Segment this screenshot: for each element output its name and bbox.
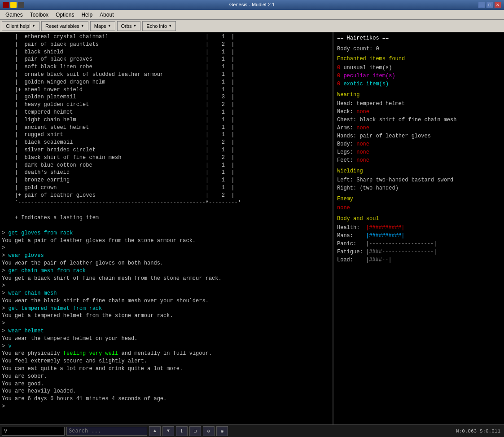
maximize-button[interactable]: □ <box>486 2 493 8</box>
blank-line-1 <box>2 207 331 214</box>
inv-line-15: | black scalemail | 2 | <box>2 139 331 146</box>
scroll-down-button[interactable]: ▼ <box>162 426 174 436</box>
unusual-count: 0 <box>337 65 340 71</box>
final-prompt: > <box>2 403 331 411</box>
result-5: You get a tempered helmet from the stone… <box>2 312 331 320</box>
inv-line-border: `---------------------------------------… <box>2 199 331 207</box>
body-label: Body: <box>337 141 356 147</box>
inv-line-7: | golden-winged dragon helm | 1 | <box>2 79 331 86</box>
inv-line-22: |+ pair of leather gloves | 2 | <box>2 192 331 199</box>
menubar: Games Toolbox Options Help About <box>0 10 504 20</box>
coordinates: N:0.063 S:0.011 <box>456 428 502 434</box>
search-input[interactable] <box>66 427 147 436</box>
arms-value: none <box>356 125 369 131</box>
app-icon-yellow <box>10 2 17 8</box>
echo-info-arrow: ▼ <box>168 24 172 28</box>
fatigue-bar: |####----------------| <box>366 248 437 256</box>
prompt-1: > get gloves from rack <box>2 230 331 237</box>
peculiar-count: 0 <box>337 73 340 79</box>
health-bar: |##########| <box>366 224 404 232</box>
wearing-header: Wearing <box>337 92 359 98</box>
health-label: Health: <box>337 224 364 232</box>
menu-help[interactable]: Help <box>78 11 96 19</box>
exotic-label: exotic item(s) <box>343 81 389 87</box>
result-v-6: You are heavily loaded. <box>2 388 331 395</box>
head-label: Head: <box>337 101 356 107</box>
inv-line-2: | pair of black gauntlets | 2 | <box>2 41 331 49</box>
mana-bar: |##########| <box>366 232 404 240</box>
info-button[interactable]: ℹ <box>176 426 188 436</box>
peculiar-label: peculiar item(s) <box>343 73 395 79</box>
prompt-7: > v <box>2 343 331 350</box>
close-button[interactable]: ✕ <box>494 2 501 8</box>
menu-options[interactable]: Options <box>52 11 78 19</box>
inv-line-18: | dark blue cotton robe | 1 | <box>2 162 331 169</box>
result-1: You get a pair of leather gloves from th… <box>2 237 331 245</box>
command-input[interactable] <box>2 427 65 436</box>
inv-line-14: | rugged shirt | 1 | <box>2 131 331 139</box>
hands-value: pair of leather gloves <box>359 133 430 139</box>
exotic-count: 0 <box>337 81 340 87</box>
right-label: Right: <box>337 185 359 191</box>
inv-line-17: | black shirt of fine chain mesh | 2 | <box>2 154 331 162</box>
menu-toolbox[interactable]: Toolbox <box>26 11 52 19</box>
result-v-4: You are sober. <box>2 373 331 380</box>
statusbar: ▲ ▼ ℹ ⊞ ⚙ ◉ N:0.063 S:0.011 <box>0 424 504 437</box>
wielding-header: Wielding <box>337 168 363 174</box>
result-3: You get a black shirt of fine chain mesh… <box>2 275 331 283</box>
head-value: tempered helmet <box>356 101 405 107</box>
body-value: none <box>356 141 369 147</box>
titlebar-app-icons <box>3 2 24 8</box>
echo-info-button[interactable]: Echo info ▼ <box>142 21 176 31</box>
lasting-item-note: + Indicates a lasting item <box>2 214 331 222</box>
enchanted-header: Enchanted items found <box>337 56 405 62</box>
inv-line-3: | black shield | 1 | <box>2 49 331 56</box>
result-v-5: You are good. <box>2 380 331 388</box>
maps-arrow: ▼ <box>108 24 111 28</box>
titlebar-controls[interactable]: _ □ ✕ <box>478 2 501 8</box>
left-value: Sharp two-handed bastard sword <box>356 177 453 183</box>
orbs-button[interactable]: Orbs ▼ <box>117 21 141 31</box>
reset-variables-button[interactable]: Reset variables ▼ <box>41 21 88 31</box>
toolbar: Client help! ▼ Reset variables ▼ Maps ▼ … <box>0 20 504 32</box>
chest-label: Chest: <box>337 117 359 123</box>
chest-value: black shirt of fine chain mesh <box>359 117 456 123</box>
inv-line-12: | light chain helm | 1 | <box>2 116 331 124</box>
inv-line-4: | pair of black greaves | 1 | <box>2 56 331 63</box>
neck-value: none <box>356 109 369 115</box>
unusual-label: unusual item(s) <box>343 65 392 71</box>
minimize-button[interactable]: _ <box>478 2 485 8</box>
reset-variables-arrow: ▼ <box>81 24 84 28</box>
terminal[interactable]: | ethereal crystal chainmail | 1 | | pai… <box>0 32 333 424</box>
arms-label: Arms: <box>337 125 356 131</box>
scroll-up-button[interactable]: ▲ <box>149 426 161 436</box>
settings-button[interactable]: ⚙ <box>203 426 215 436</box>
hands-label: Hands: <box>337 133 359 139</box>
body-count: Body count: 0 <box>337 46 379 52</box>
inv-line-21: | gold crown | 1 | <box>2 184 331 192</box>
feet-value: none <box>356 157 369 163</box>
app-icon-red <box>3 2 9 8</box>
client-help-arrow: ▼ <box>32 24 35 28</box>
left-label: Left: <box>337 177 356 183</box>
prompt-blank-1: > <box>2 244 331 252</box>
result-2: You wear the pair of leather gloves on b… <box>2 260 331 267</box>
neck-label: Neck: <box>337 109 356 115</box>
network-button[interactable]: ◉ <box>216 426 228 436</box>
inv-line-10: | heavy golden circlet | 2 | <box>2 101 331 109</box>
main-content: | ethereal crystal chainmail | 1 | | pai… <box>0 32 504 424</box>
result-v-1: You are physically feeling very well and… <box>2 350 331 358</box>
menu-about[interactable]: About <box>96 11 117 19</box>
orbs-arrow: ▼ <box>133 24 136 28</box>
client-help-button[interactable]: Client help! ▼ <box>2 21 39 31</box>
inv-line-13: | ancient steel helmet | 1 | <box>2 124 331 132</box>
maps-button[interactable]: Maps ▼ <box>90 21 115 31</box>
fatigue-label: Fatigue: <box>337 248 364 256</box>
inv-line-6: | ornate black suit of studded leather a… <box>2 71 331 79</box>
result-4: You wear the black shirt of fine chain m… <box>2 297 331 305</box>
body-soul-header: Body and soul <box>337 216 379 222</box>
map-button[interactable]: ⊞ <box>189 426 201 436</box>
panic-label: Panic: <box>337 240 364 248</box>
blank-line-2 <box>2 222 331 230</box>
menu-games[interactable]: Games <box>2 11 26 19</box>
